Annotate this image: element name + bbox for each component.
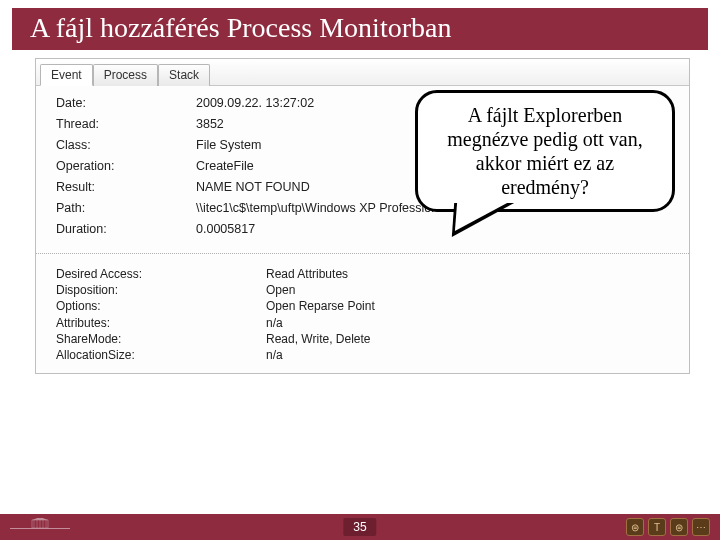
prop-label: Duration: bbox=[56, 222, 196, 236]
prop-label: Date: bbox=[56, 96, 196, 110]
prop-row: AllocationSize:n/a bbox=[56, 347, 677, 363]
prop-label: ShareMode: bbox=[56, 331, 266, 347]
callout-text: A fájlt Explorerben megnézve pedig ott v… bbox=[447, 104, 643, 198]
footer-badges: ⊜ T ⊜ ⋯ bbox=[626, 518, 720, 536]
prop-label: Disposition: bbox=[56, 282, 266, 298]
section-divider bbox=[36, 253, 689, 254]
slide-title: A fájl hozzáférés Process Monitorban bbox=[12, 12, 708, 44]
slide-title-bar: A fájl hozzáférés Process Monitorban bbox=[12, 8, 708, 50]
prop-row: Attributes:n/a bbox=[56, 315, 677, 331]
tab-stack[interactable]: Stack bbox=[158, 64, 210, 86]
prop-value: n/a bbox=[266, 315, 677, 331]
prop-value: 0.0005817 bbox=[196, 222, 677, 236]
prop-label: Thread: bbox=[56, 117, 196, 131]
prop-row: Options:Open Reparse Point bbox=[56, 298, 677, 314]
prop-label: Operation: bbox=[56, 159, 196, 173]
slide-footer: 35 ⊜ T ⊜ ⋯ bbox=[0, 514, 720, 540]
badge-icon: ⊜ bbox=[626, 518, 644, 536]
badge-icon: ⋯ bbox=[692, 518, 710, 536]
prop-row: Disposition:Open bbox=[56, 282, 677, 298]
event-extended-properties: Desired Access:Read Attributes Dispositi… bbox=[36, 264, 689, 373]
prop-row: Desired Access:Read Attributes bbox=[56, 266, 677, 282]
badge-icon: ⊜ bbox=[670, 518, 688, 536]
prop-row: Duration:0.0005817 bbox=[56, 222, 677, 236]
tab-strip: Event Process Stack bbox=[36, 59, 689, 86]
university-logo bbox=[0, 514, 80, 540]
prop-value: Open bbox=[266, 282, 677, 298]
svg-marker-7 bbox=[32, 518, 48, 520]
prop-value: n/a bbox=[266, 347, 677, 363]
prop-label: Attributes: bbox=[56, 315, 266, 331]
prop-row: ShareMode:Read, Write, Delete bbox=[56, 331, 677, 347]
prop-label: Options: bbox=[56, 298, 266, 314]
tab-process[interactable]: Process bbox=[93, 64, 158, 86]
badge-icon: T bbox=[648, 518, 666, 536]
prop-value: Read, Write, Delete bbox=[266, 331, 677, 347]
annotation-callout: A fájlt Explorerben megnézve pedig ott v… bbox=[415, 90, 675, 212]
prop-label: Path: bbox=[56, 201, 196, 215]
prop-label: AllocationSize: bbox=[56, 347, 266, 363]
prop-value: Read Attributes bbox=[266, 266, 677, 282]
prop-label: Result: bbox=[56, 180, 196, 194]
page-number: 35 bbox=[343, 518, 376, 536]
tab-event[interactable]: Event bbox=[40, 64, 93, 86]
prop-label: Desired Access: bbox=[56, 266, 266, 282]
prop-value: Open Reparse Point bbox=[266, 298, 677, 314]
prop-label: Class: bbox=[56, 138, 196, 152]
